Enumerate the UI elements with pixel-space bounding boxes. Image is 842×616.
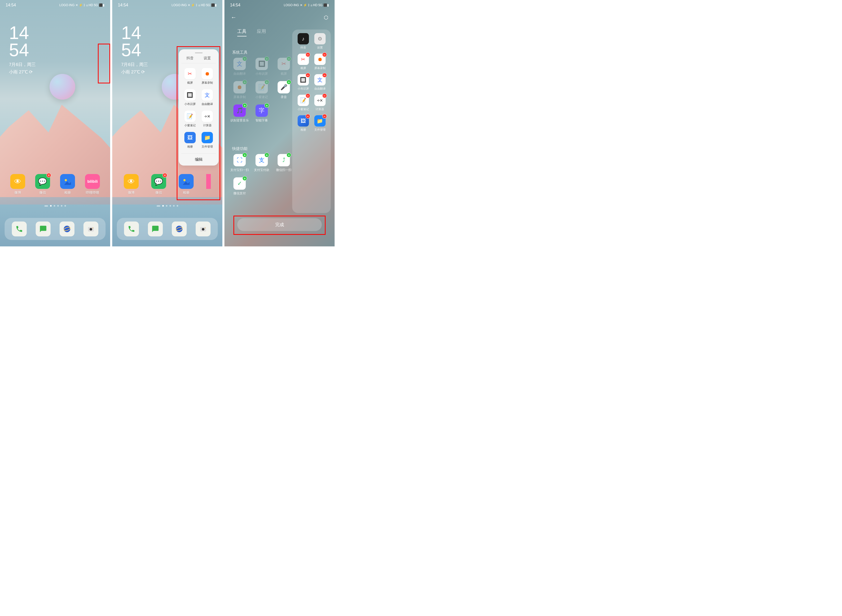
dock-browser-icon[interactable] xyxy=(60,221,75,236)
system-tools-grid: 文+自由翻译🔲+小布识屏✂+截屏⏺+屏幕录制📝+小窗速记🎤+录音🎵+识别背景音乐… xyxy=(229,58,292,123)
tool-自由翻译[interactable]: 文+自由翻译 xyxy=(229,58,250,76)
app-微信[interactable]: 💬4微信 xyxy=(35,174,50,195)
section-shortcuts: 快捷功能 xyxy=(232,146,248,151)
clock-date: 7月6日，周三 xyxy=(9,62,36,67)
tool-截屏[interactable]: ✂+截屏 xyxy=(274,58,294,76)
smart-sidebar[interactable]: 抖音 设置 ✂截屏⏺屏幕录制🔲小布识屏文自由翻译📝小窗速记÷×计算器🖼相册📁文件… xyxy=(179,49,219,166)
done-button[interactable]: 完成 xyxy=(237,218,322,231)
tool-智能字幕[interactable]: 字+智能字幕 xyxy=(252,104,272,123)
tool-识别背景音乐[interactable]: 🎵+识别背景音乐 xyxy=(229,104,250,123)
phone-home-1: 14:54 LOGO·ING ✕ ⚡ ᛒ ⩍ HD 5G ⬛▮ 14 54 7月… xyxy=(0,0,110,246)
sidebar-item-自由翻译[interactable]: 文自由翻译 xyxy=(200,89,215,106)
sidebar-item-计算器[interactable]: ÷×计算器 xyxy=(200,111,215,127)
status-time: 14:54 xyxy=(118,3,128,7)
phone-home-2: 14:54 LOGO·ING ✕ ⚡ ᛒ ⩍ HD 5G ⬛▮ 14 54 7月… xyxy=(112,0,222,246)
svg-point-6 xyxy=(93,228,94,229)
settings-gear-icon[interactable]: ⬡ xyxy=(324,15,328,21)
sidebar-tab-settings[interactable]: 设置 xyxy=(204,56,211,60)
status-icons: LOGO·ING ✕ ⚡ ᛒ ⩍ HD 5G ⬛▮ xyxy=(172,3,217,7)
selected-panel[interactable]: ♪抖音⚙设置 ✂−截屏⏺−屏幕录制 🔲−小布识屏文−自由翻译 📝−小窗速记÷×−… xyxy=(292,29,331,213)
svg-point-5 xyxy=(90,228,92,230)
dock-phone-icon[interactable] xyxy=(12,221,27,236)
selected-计算器[interactable]: ÷×−计算器 xyxy=(314,95,326,111)
dock xyxy=(117,218,218,240)
selected-小窗速记[interactable]: 📝−小窗速记 xyxy=(298,95,309,111)
sidebar-item-截屏[interactable]: ✂截屏 xyxy=(182,68,198,85)
status-bar: 14:54 LOGO·ING ✕ ⚡ ᛒ ⩍ HD 5G ⬛▮ xyxy=(0,0,110,10)
selected-文件管理[interactable]: 📁−文件管理 xyxy=(314,115,326,132)
status-icons: LOGO·ING ✕ ⚡ ᛒ ⩍ HD 5G ⬛▮ xyxy=(284,3,329,7)
sidebar-tabs: 抖音 设置 xyxy=(181,56,216,63)
status-icons: LOGO·ING ✕ ⚡ ᛒ ⩍ HD 5G ⬛▮ xyxy=(59,3,104,7)
clock-minute: 54 xyxy=(9,42,36,59)
tool-支付宝付款[interactable]: 支+支付宝付款 xyxy=(252,154,272,172)
svg-rect-0 xyxy=(62,176,73,186)
tool-支付宝扫一扫[interactable]: ⛶+支付宝扫一扫 xyxy=(229,154,250,172)
svg-point-12 xyxy=(202,228,204,230)
selected-抖音[interactable]: ♪抖音 xyxy=(298,33,309,50)
selected-apps-row: ♪抖音⚙设置 xyxy=(295,33,328,50)
page-indicator[interactable] xyxy=(0,205,110,207)
sidebar-item-小布识屏[interactable]: 🔲小布识屏 xyxy=(182,89,198,106)
status-time: 14:54 xyxy=(6,3,16,7)
page-indicator[interactable] xyxy=(112,205,222,207)
sidebar-edit-button[interactable]: 编辑 xyxy=(181,153,216,166)
selected-相册[interactable]: 🖼−相册 xyxy=(298,115,309,132)
app-相册[interactable]: 相册 xyxy=(179,174,194,195)
shortcuts-grid: ⛶+支付宝扫一扫支+支付宝付款⤴+微信扫一扫✓+微信支付 xyxy=(229,154,292,196)
dock-camera-icon[interactable] xyxy=(195,221,210,236)
selected-设置[interactable]: ⚙设置 xyxy=(314,33,326,50)
sidebar-tab-douyin[interactable]: 抖音 xyxy=(187,56,194,60)
drag-handle-icon[interactable] xyxy=(195,52,203,53)
svg-rect-7 xyxy=(181,176,191,186)
svg-point-1 xyxy=(65,179,67,181)
app-相册[interactable]: 相册 xyxy=(60,174,75,195)
tab-tools[interactable]: 工具 xyxy=(237,28,247,37)
tool-录音[interactable]: 🎤+录音 xyxy=(274,81,294,99)
sidebar-item-文件管理[interactable]: 📁文件管理 xyxy=(200,132,215,149)
dock-camera-icon[interactable] xyxy=(84,221,98,236)
svg-point-13 xyxy=(205,228,206,229)
clock-widget[interactable]: 14 54 7月6日，周三 小雨 27℃ ⟳ xyxy=(9,24,36,75)
svg-point-2 xyxy=(64,226,71,232)
app-row: 👁微博💬4微信相册bilibili哔哩哔哩 xyxy=(0,174,110,195)
clock-weather: 小雨 27℃ ⟳ xyxy=(9,69,36,75)
app-微信[interactable]: 💬4微信 xyxy=(151,174,166,195)
status-time: 14:54 xyxy=(230,3,240,7)
selected-自由翻译[interactable]: 文−自由翻译 xyxy=(314,74,326,91)
tool-微信支付[interactable]: ✓+微信支付 xyxy=(229,177,250,196)
tool-小窗速记[interactable]: 📝+小窗速记 xyxy=(252,81,272,99)
dock-browser-icon[interactable] xyxy=(172,221,187,236)
tool-屏幕录制[interactable]: ⏺+屏幕录制 xyxy=(229,81,250,99)
app-partial[interactable] xyxy=(206,174,211,195)
section-system-tools: 系统工具 xyxy=(232,50,248,55)
app-哔哩哔哩[interactable]: bilibili哔哩哔哩 xyxy=(85,174,100,195)
app-微博[interactable]: 👁微博 xyxy=(10,174,25,195)
tab-apps[interactable]: 应用 xyxy=(257,28,266,37)
svg-point-8 xyxy=(183,179,185,181)
clock-hour: 14 xyxy=(9,24,36,42)
tool-小布识屏[interactable]: 🔲+小布识屏 xyxy=(252,58,272,76)
dock-chat-icon[interactable] xyxy=(148,221,163,236)
phone-sidebar-editor: 14:54 LOGO·ING ✕ ⚡ ᛒ ⩍ HD 5G ⬛▮ ← ⬡ 工具 应… xyxy=(225,0,335,246)
editor-header: ← ⬡ xyxy=(225,14,335,21)
editor-tabs: 工具 应用 xyxy=(237,28,266,37)
dock xyxy=(4,218,106,240)
app-row: 👁微博💬4微信相册 xyxy=(112,174,222,195)
dock-phone-icon[interactable] xyxy=(124,221,139,236)
tool-微信扫一扫[interactable]: ⤴+微信扫一扫 xyxy=(274,154,294,172)
sidebar-item-屏幕录制[interactable]: ⏺屏幕录制 xyxy=(200,68,215,85)
sidebar-grid: ✂截屏⏺屏幕录制🔲小布识屏文自由翻译📝小窗速记÷×计算器🖼相册📁文件管理 xyxy=(181,63,216,153)
app-微博[interactable]: 👁微博 xyxy=(124,174,139,195)
dock-chat-icon[interactable] xyxy=(36,221,51,236)
sidebar-item-相册[interactable]: 🖼相册 xyxy=(182,132,198,149)
selected-小布识屏[interactable]: 🔲−小布识屏 xyxy=(298,74,309,91)
sidebar-item-小窗速记[interactable]: 📝小窗速记 xyxy=(182,111,198,127)
selected-屏幕录制[interactable]: ⏺−屏幕录制 xyxy=(314,54,326,70)
status-bar: 14:54 LOGO·ING ✕ ⚡ ᛒ ⩍ HD 5G ⬛▮ xyxy=(112,0,222,10)
clock-widget[interactable]: 14 54 7月6日，周三 小雨 27℃ ⟳ xyxy=(121,24,148,75)
status-bar: 14:54 LOGO·ING ✕ ⚡ ᛒ ⩍ HD 5G ⬛▮ xyxy=(225,0,335,10)
selected-截屏[interactable]: ✂−截屏 xyxy=(298,54,309,70)
back-arrow-icon[interactable]: ← xyxy=(231,14,237,21)
svg-point-9 xyxy=(176,226,182,232)
